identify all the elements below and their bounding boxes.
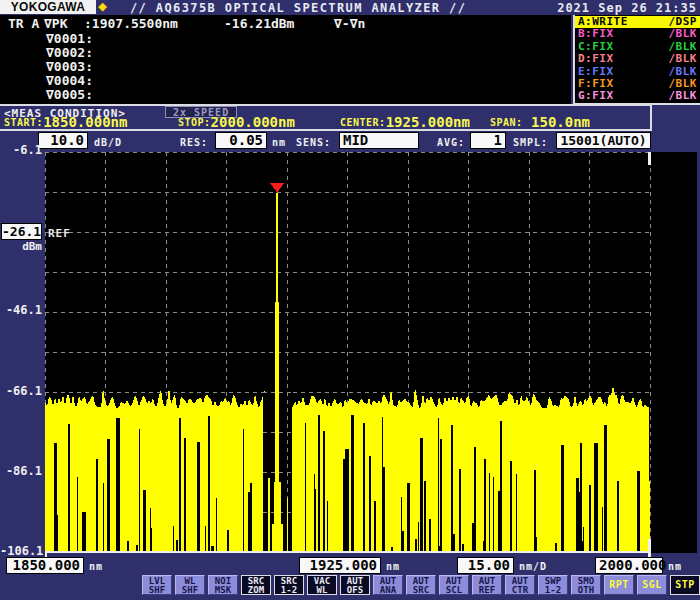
sweep-actionbar: RPTSGLSTP xyxy=(604,575,700,595)
res-value[interactable]: 0.05 xyxy=(215,132,267,149)
res-unit: nm xyxy=(272,137,286,148)
menu-button-vac-wl[interactable]: VACWL xyxy=(307,575,337,595)
menu-button-lvl-shf[interactable]: LVLSHF xyxy=(142,575,172,595)
trace-row-g[interactable]: G:FIX/BLK xyxy=(575,90,700,102)
meas-field-value: 1850.000nm xyxy=(43,116,127,129)
trace-display-state: /BLK xyxy=(669,28,698,40)
y-axis-gutter: -6.1-26.1-46.1-66.1-86.1-106.1 xyxy=(0,0,46,600)
menu-button-noi-msk[interactable]: NOIMSK xyxy=(208,575,238,595)
marker-row: ∇0003: xyxy=(46,59,93,74)
spectrum-plot: REF xyxy=(45,152,697,560)
start-wavelength-value[interactable]: 1850.000 xyxy=(6,557,84,574)
single-sweep-button[interactable]: SGL xyxy=(637,575,667,595)
menu-button-aut-ctr[interactable]: AUTCTR xyxy=(505,575,535,595)
meas-field-value: 1925.000nm xyxy=(386,116,470,129)
meas-field-label: STOP: xyxy=(178,117,211,128)
menu-button-swp-1-2[interactable]: SWP1-2 xyxy=(538,575,568,595)
yokogawa-diamond-icon: ◆ xyxy=(98,0,107,14)
meas-field-span: SPAN: 150.0nm xyxy=(490,116,590,129)
start-wavelength-unit: nm xyxy=(89,561,103,572)
trace-display-state: /BLK xyxy=(669,90,698,102)
menu-button-aut-scl[interactable]: AUTSCL xyxy=(439,575,469,595)
trace-row-d[interactable]: D:FIX/BLK xyxy=(575,53,700,65)
menu-button-src-zom[interactable]: SRCZOM xyxy=(241,575,271,595)
scale-per-div-value[interactable]: 15.00 xyxy=(457,557,514,574)
y-axis-unit: dBm xyxy=(6,240,42,253)
trace-status-panel: A:WRITE/DSPB:FIX/BLKC:FIX/BLKD:FIX/BLKE:… xyxy=(573,15,700,105)
softkey-menubar: LVLSHFWLSHFNOIMSKSRCZOMSRC1-2VACWLAUTOFS… xyxy=(142,575,601,595)
osa-screen: YOKOGAWA ◆ // AQ6375B OPTICAL SPECTRUM A… xyxy=(0,0,700,600)
marker-row: ∇0002: xyxy=(46,45,93,60)
peak-level: -16.21dBm xyxy=(224,16,294,31)
menu-button-src-1-2[interactable]: SRC1-2 xyxy=(274,575,304,595)
menu-button-aut-ana[interactable]: AUTANA xyxy=(373,575,403,595)
smpl-label: SMPL: xyxy=(513,137,548,148)
y-axis-label: -46.1 xyxy=(0,303,42,317)
center-wavelength-unit: nm xyxy=(386,561,400,572)
svg-text:REF: REF xyxy=(48,227,71,240)
trace-mode: G:FIX xyxy=(578,90,614,102)
avg-label: AVG: xyxy=(437,137,465,148)
y-axis-label: -106.1 xyxy=(0,544,42,558)
menu-button-aut-ofs[interactable]: AUTOFS xyxy=(340,575,370,595)
menu-button-smo-oth[interactable]: SMOOTH xyxy=(571,575,601,595)
peak-marker-label: ∇PK xyxy=(44,16,67,31)
marker-row: ∇0005: xyxy=(46,87,93,102)
meas-field-label: CENTER: xyxy=(340,117,386,128)
menu-button-aut-ref[interactable]: AUTREF xyxy=(472,575,502,595)
app-title: // AQ6375B OPTICAL SPECTRUM ANALYZER // xyxy=(130,1,466,15)
y-axis-label: -86.1 xyxy=(0,464,42,478)
y-axis-label: -6.1 xyxy=(0,143,42,157)
trace-mode: D:FIX xyxy=(578,53,614,65)
menu-button-wl-shf[interactable]: WLSHF xyxy=(175,575,205,595)
scale-per-div-unit: nm/D xyxy=(519,561,547,572)
meas-field-stop: STOP:2000.000nm xyxy=(178,116,295,129)
stop-wavelength-value[interactable]: 2000.000 xyxy=(595,557,663,574)
stop-wavelength-unit: nm xyxy=(668,561,682,572)
y-axis-label: -66.1 xyxy=(0,384,42,398)
meas-condition-fields: START:1850.000nmSTOP:2000.000nmCENTER:19… xyxy=(0,115,648,130)
datetime: 2021 Sep 26 21:35 xyxy=(557,1,697,15)
repeat-sweep-button[interactable]: RPT xyxy=(604,575,634,595)
trace-mode: B:FIX xyxy=(578,28,614,40)
sens-label: SENS: xyxy=(296,137,331,148)
smpl-value[interactable]: 15001(AUTO) xyxy=(556,132,651,149)
meas-condition-panel: <MEAS CONDITION> 2x SPEED START:1850.000… xyxy=(0,104,652,131)
center-wavelength-value[interactable]: 1925.000 xyxy=(299,557,381,574)
meas-field-center: CENTER:1925.000nm xyxy=(340,116,470,129)
meas-field-value: 2000.000nm xyxy=(211,116,295,129)
marker-row: ∇0001: xyxy=(46,31,93,46)
marker-mode: ∇-∇n xyxy=(334,16,365,31)
stop-sweep-button[interactable]: STP xyxy=(670,575,700,595)
trace-row-b[interactable]: B:FIX/BLK xyxy=(575,28,700,40)
peak-wavelength: :1907.5500nm xyxy=(84,16,178,31)
level-scale-unit: dB/D xyxy=(94,137,122,148)
menu-button-aut-src[interactable]: AUTSRC xyxy=(406,575,436,595)
meas-field-label: SPAN: xyxy=(490,117,523,128)
avg-value[interactable]: 1 xyxy=(470,132,506,149)
meas-field-value: 150.0nm xyxy=(523,116,590,129)
sens-value[interactable]: MID xyxy=(339,132,419,149)
marker-row: ∇0004: xyxy=(46,73,93,88)
trace-display-state: /BLK xyxy=(669,53,698,65)
res-label: RES: xyxy=(180,137,208,148)
readout-panel: TR A ∇PK :1907.5500nm -16.21dBm ∇-∇n ∇00… xyxy=(0,15,571,104)
ref-level-value[interactable]: -26.1 xyxy=(1,223,42,240)
